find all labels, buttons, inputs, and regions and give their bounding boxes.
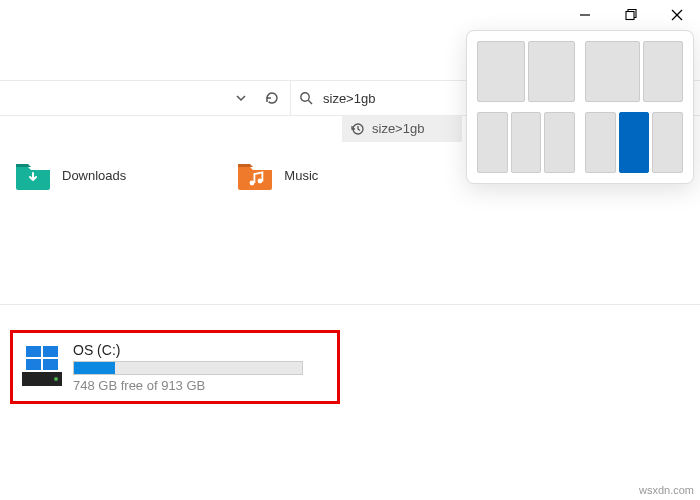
address-bar[interactable] — [0, 81, 290, 115]
svg-point-4 — [301, 93, 309, 101]
snap-cell[interactable] — [528, 41, 576, 102]
folder-label: Downloads — [62, 168, 126, 183]
drive-icon — [21, 346, 63, 388]
folder-music[interactable]: Music — [236, 160, 318, 190]
watermark: wsxdn.com — [639, 484, 694, 496]
snap-cell[interactable] — [511, 112, 542, 173]
downloads-folder-icon — [14, 160, 52, 190]
snap-cell[interactable] — [652, 112, 683, 173]
drive-info: OS (C:) 748 GB free of 913 GB — [73, 342, 329, 393]
snap-layout-1[interactable] — [477, 41, 575, 102]
section-divider — [0, 304, 700, 305]
folder-items: Downloads Music — [14, 160, 318, 190]
search-history-label: size>1gb — [372, 121, 424, 136]
svg-line-5 — [308, 100, 312, 104]
snap-layout-3[interactable] — [477, 112, 575, 173]
snap-cell[interactable] — [477, 112, 508, 173]
snap-cell[interactable] — [585, 112, 616, 173]
search-box[interactable] — [290, 81, 410, 115]
snap-layout-2[interactable] — [585, 41, 683, 102]
search-input[interactable] — [321, 90, 391, 107]
search-history-item[interactable]: size>1gb — [342, 115, 462, 142]
history-icon — [350, 122, 364, 136]
chevron-down-icon[interactable] — [234, 91, 248, 105]
folder-label: Music — [284, 168, 318, 183]
search-icon — [299, 91, 313, 105]
minimize-button[interactable] — [562, 0, 608, 30]
close-button[interactable] — [654, 0, 700, 30]
snap-layout-4[interactable] — [585, 112, 683, 173]
folder-downloads[interactable]: Downloads — [14, 160, 126, 190]
snap-cell[interactable] — [585, 41, 640, 102]
drive-free-text: 748 GB free of 913 GB — [73, 378, 329, 393]
drive-name: OS (C:) — [73, 342, 329, 358]
svg-rect-1 — [626, 12, 634, 20]
refresh-icon[interactable] — [264, 90, 280, 106]
snap-cell[interactable] — [643, 41, 683, 102]
maximize-button[interactable] — [608, 0, 654, 30]
window-controls — [562, 0, 700, 30]
snap-cell-active[interactable] — [619, 112, 650, 173]
snap-cell[interactable] — [477, 41, 525, 102]
drive-usage-bar — [73, 361, 303, 375]
snap-layouts-popup — [466, 30, 694, 184]
snap-cell[interactable] — [544, 112, 575, 173]
drive-item-os-c[interactable]: OS (C:) 748 GB free of 913 GB — [10, 330, 340, 404]
music-folder-icon — [236, 160, 274, 190]
